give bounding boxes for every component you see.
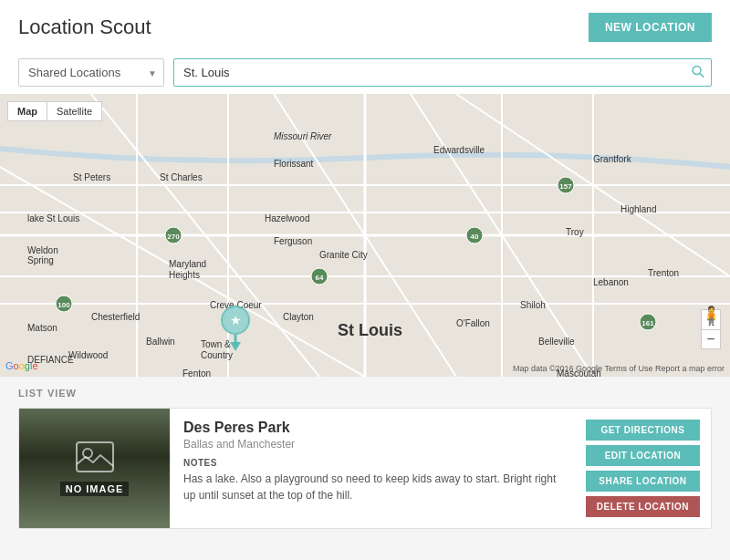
list-view-section: LIST VIEW NO IMAGE Des Peres Park Ballas… <box>0 377 730 547</box>
svg-text:Belleville: Belleville <box>538 337 575 347</box>
svg-text:★: ★ <box>230 313 242 327</box>
svg-text:Granite City: Granite City <box>319 250 368 260</box>
svg-text:Missouri River: Missouri River <box>274 131 332 141</box>
edit-location-button[interactable]: EDIT LOCATION <box>586 445 700 466</box>
svg-text:Highland: Highland <box>620 204 656 214</box>
search-wrapper <box>173 58 712 87</box>
map-tabs: Map Satellite <box>7 101 102 121</box>
svg-text:Fenton: Fenton <box>182 368 211 377</box>
svg-text:Maryland: Maryland <box>169 259 206 269</box>
svg-text:161: 161 <box>641 319 654 327</box>
svg-line-1 <box>700 73 704 77</box>
svg-text:Town &Country: Town &Country <box>201 339 233 360</box>
svg-text:St Louis: St Louis <box>338 321 402 339</box>
location-subtitle: Ballas and Manchester <box>183 438 561 451</box>
map-container[interactable]: 270 64 40 157 100 161 St Peters St Charl… <box>0 94 730 377</box>
search-input[interactable] <box>173 58 712 87</box>
svg-text:Chesterfield: Chesterfield <box>91 312 140 322</box>
card-image: NO IMAGE <box>19 409 170 528</box>
svg-text:Ballwin: Ballwin <box>146 337 175 347</box>
svg-text:Edwardsville: Edwardsville <box>433 145 485 155</box>
toolbar: Shared Locations My Locations All Locati… <box>0 51 730 94</box>
list-view-label: LIST VIEW <box>18 388 712 399</box>
tab-map[interactable]: Map <box>7 101 47 121</box>
svg-text:40: 40 <box>471 233 479 241</box>
no-image-label: NO IMAGE <box>60 482 130 496</box>
new-location-button[interactable]: NEW LOCATION <box>589 13 712 42</box>
svg-text:Clayton: Clayton <box>283 312 314 322</box>
notes-label: NOTES <box>183 458 561 468</box>
svg-text:Matson: Matson <box>27 323 57 333</box>
svg-text:St Charles: St Charles <box>160 172 203 182</box>
get-directions-button[interactable]: GET DIRECTIONS <box>586 420 700 441</box>
card-actions: GET DIRECTIONS EDIT LOCATION SHARE LOCAT… <box>575 409 711 528</box>
svg-rect-71 <box>77 442 113 472</box>
svg-text:100: 100 <box>57 301 70 309</box>
svg-text:O'Fallon: O'Fallon <box>456 318 490 328</box>
svg-text:Grantfork: Grantfork <box>593 154 632 164</box>
tab-satellite[interactable]: Satellite <box>47 101 102 121</box>
search-icon[interactable] <box>692 65 704 80</box>
location-select[interactable]: Shared Locations My Locations All Locati… <box>18 58 164 87</box>
svg-text:St Peters: St Peters <box>73 172 110 182</box>
location-card: NO IMAGE Des Peres Park Ballas and Manch… <box>18 408 712 529</box>
no-image-icon <box>75 441 115 476</box>
svg-text:Wildwood: Wildwood <box>68 350 108 360</box>
header: Location Scout NEW LOCATION <box>0 0 730 51</box>
svg-text:Heights: Heights <box>169 270 200 280</box>
svg-text:270: 270 <box>167 233 180 241</box>
svg-text:Shiloh: Shiloh <box>520 300 546 310</box>
svg-point-72 <box>83 449 92 458</box>
svg-text:Hazelwood: Hazelwood <box>265 213 309 223</box>
location-title: Des Peres Park <box>183 420 561 436</box>
zoom-out-button[interactable]: − <box>701 329 721 349</box>
svg-text:WeldonSpring: WeldonSpring <box>27 245 58 265</box>
card-body: Des Peres Park Ballas and Manchester NOT… <box>170 409 575 528</box>
map-footer-text: Map data ©2016 Google Terms of Use Repor… <box>513 364 725 373</box>
delete-location-button[interactable]: DELETE LOCATION <box>586 496 700 517</box>
svg-text:Trenton: Trenton <box>648 268 679 278</box>
location-select-wrapper: Shared Locations My Locations All Locati… <box>18 58 164 87</box>
svg-text:Lebanon: Lebanon <box>593 277 629 287</box>
location-notes: Has a lake. Also a playground so need to… <box>183 471 561 503</box>
share-location-button[interactable]: SHARE LOCATION <box>586 471 700 492</box>
svg-text:Ferguson: Ferguson <box>274 236 312 246</box>
svg-text:lake St Louis: lake St Louis <box>27 213 79 223</box>
svg-text:64: 64 <box>316 274 324 282</box>
svg-text:157: 157 <box>559 182 572 191</box>
svg-text:Florissant: Florissant <box>274 159 314 169</box>
svg-text:Troy: Troy <box>566 227 584 237</box>
app-title: Location Scout <box>18 16 151 39</box>
pegman-icon[interactable]: 🧍 <box>700 305 723 327</box>
google-logo: Google <box>5 360 38 371</box>
